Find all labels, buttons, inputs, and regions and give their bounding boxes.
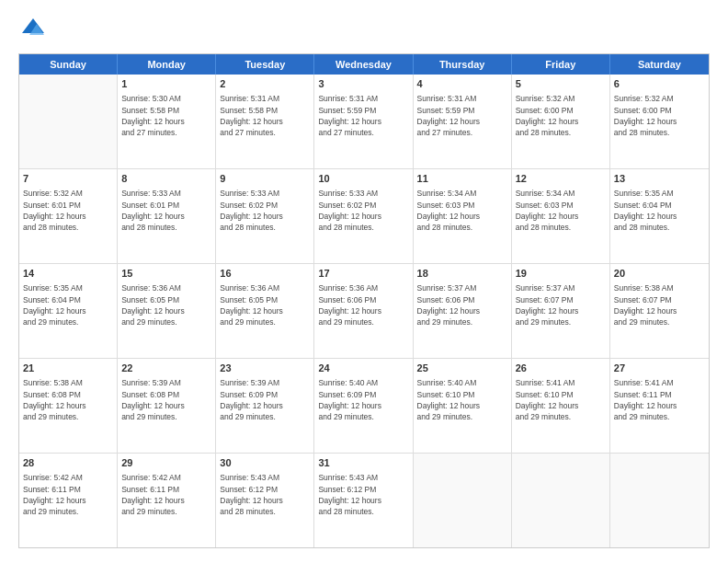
calendar-row: 14Sunrise: 5:35 AM Sunset: 6:04 PM Dayli…: [19, 263, 709, 358]
day-info: Sunrise: 5:41 AM Sunset: 6:10 PM Dayligh…: [516, 377, 606, 422]
calendar-header-day: Wednesday: [314, 54, 413, 75]
calendar-cell: 5Sunrise: 5:32 AM Sunset: 6:00 PM Daylig…: [512, 75, 610, 168]
day-info: Sunrise: 5:40 AM Sunset: 6:10 PM Dayligh…: [417, 377, 507, 422]
day-number: 29: [121, 456, 211, 470]
calendar-cell: 8Sunrise: 5:33 AM Sunset: 6:01 PM Daylig…: [118, 169, 216, 263]
day-info: Sunrise: 5:43 AM Sunset: 6:12 PM Dayligh…: [220, 472, 310, 517]
calendar-cell: 3Sunrise: 5:31 AM Sunset: 5:59 PM Daylig…: [314, 75, 413, 168]
day-number: 5: [516, 77, 606, 91]
logo-icon: [18, 15, 48, 44]
calendar-cell: 4Sunrise: 5:31 AM Sunset: 5:59 PM Daylig…: [414, 75, 512, 168]
calendar-cell: 14Sunrise: 5:35 AM Sunset: 6:04 PM Dayli…: [19, 264, 118, 358]
day-info: Sunrise: 5:32 AM Sunset: 6:00 PM Dayligh…: [614, 93, 705, 138]
day-number: 18: [417, 267, 507, 281]
day-info: Sunrise: 5:36 AM Sunset: 6:06 PM Dayligh…: [318, 282, 408, 327]
day-number: 9: [220, 172, 310, 186]
day-info: Sunrise: 5:35 AM Sunset: 6:04 PM Dayligh…: [23, 282, 113, 327]
day-info: Sunrise: 5:30 AM Sunset: 5:58 PM Dayligh…: [121, 93, 211, 138]
day-info: Sunrise: 5:38 AM Sunset: 6:07 PM Dayligh…: [614, 282, 705, 327]
calendar-body: 1Sunrise: 5:30 AM Sunset: 5:58 PM Daylig…: [19, 75, 709, 547]
calendar-row: 7Sunrise: 5:32 AM Sunset: 6:01 PM Daylig…: [19, 168, 709, 263]
day-info: Sunrise: 5:31 AM Sunset: 5:59 PM Dayligh…: [318, 93, 408, 138]
day-info: Sunrise: 5:34 AM Sunset: 6:03 PM Dayligh…: [516, 188, 606, 233]
day-number: 11: [417, 172, 507, 186]
calendar-cell: 11Sunrise: 5:34 AM Sunset: 6:03 PM Dayli…: [414, 169, 512, 263]
day-info: Sunrise: 5:39 AM Sunset: 6:09 PM Dayligh…: [220, 377, 310, 422]
day-number: 22: [121, 362, 211, 375]
calendar-cell: 24Sunrise: 5:40 AM Sunset: 6:09 PM Dayli…: [314, 359, 413, 453]
day-info: Sunrise: 5:31 AM Sunset: 5:58 PM Dayligh…: [220, 93, 310, 138]
calendar-cell: 7Sunrise: 5:32 AM Sunset: 6:01 PM Daylig…: [19, 169, 118, 263]
day-number: 21: [23, 362, 113, 375]
day-info: Sunrise: 5:42 AM Sunset: 6:11 PM Dayligh…: [23, 472, 113, 517]
calendar-cell: 21Sunrise: 5:38 AM Sunset: 6:08 PM Dayli…: [19, 359, 118, 453]
day-info: Sunrise: 5:33 AM Sunset: 6:01 PM Dayligh…: [121, 188, 211, 233]
day-info: Sunrise: 5:36 AM Sunset: 6:05 PM Dayligh…: [121, 282, 211, 327]
calendar-cell: 22Sunrise: 5:39 AM Sunset: 6:08 PM Dayli…: [118, 359, 216, 453]
calendar: SundayMondayTuesdayWednesdayThursdayFrid…: [18, 53, 710, 548]
day-number: 12: [516, 172, 606, 186]
calendar-cell: 15Sunrise: 5:36 AM Sunset: 6:05 PM Dayli…: [118, 264, 216, 358]
day-number: 4: [417, 77, 507, 91]
day-info: Sunrise: 5:43 AM Sunset: 6:12 PM Dayligh…: [318, 472, 408, 517]
day-number: 17: [318, 267, 408, 281]
calendar-header-day: Tuesday: [216, 54, 314, 75]
calendar-cell: 12Sunrise: 5:34 AM Sunset: 6:03 PM Dayli…: [512, 169, 610, 263]
calendar-cell: 18Sunrise: 5:37 AM Sunset: 6:06 PM Dayli…: [414, 264, 512, 358]
day-number: 7: [23, 172, 113, 186]
calendar-header-day: Friday: [512, 54, 610, 75]
day-number: 30: [220, 456, 310, 470]
calendar-cell: 2Sunrise: 5:31 AM Sunset: 5:58 PM Daylig…: [216, 75, 314, 168]
calendar-cell: 28Sunrise: 5:42 AM Sunset: 6:11 PM Dayli…: [19, 454, 118, 547]
day-number: 25: [417, 362, 507, 375]
day-number: 14: [23, 267, 113, 281]
calendar-cell: [610, 454, 709, 547]
day-number: 13: [614, 172, 705, 186]
calendar-cell: 17Sunrise: 5:36 AM Sunset: 6:06 PM Dayli…: [314, 264, 413, 358]
day-info: Sunrise: 5:31 AM Sunset: 5:59 PM Dayligh…: [417, 93, 507, 138]
calendar-cell: 19Sunrise: 5:37 AM Sunset: 6:07 PM Dayli…: [512, 264, 610, 358]
day-number: 23: [220, 362, 310, 375]
calendar-cell: [414, 454, 512, 547]
calendar-header-day: Sunday: [19, 54, 118, 75]
calendar-cell: 23Sunrise: 5:39 AM Sunset: 6:09 PM Dayli…: [216, 359, 314, 453]
day-number: 27: [614, 362, 705, 375]
calendar-row: 21Sunrise: 5:38 AM Sunset: 6:08 PM Dayli…: [19, 358, 709, 453]
day-number: 8: [121, 172, 211, 186]
day-info: Sunrise: 5:33 AM Sunset: 6:02 PM Dayligh…: [220, 188, 310, 233]
day-number: 2: [220, 77, 310, 91]
day-info: Sunrise: 5:39 AM Sunset: 6:08 PM Dayligh…: [121, 377, 211, 422]
day-info: Sunrise: 5:37 AM Sunset: 6:07 PM Dayligh…: [516, 282, 606, 327]
calendar-cell: 13Sunrise: 5:35 AM Sunset: 6:04 PM Dayli…: [610, 169, 709, 263]
day-number: 10: [318, 172, 408, 186]
calendar-cell: [19, 75, 118, 168]
day-number: 1: [121, 77, 211, 91]
day-number: 20: [614, 267, 705, 281]
calendar-cell: 1Sunrise: 5:30 AM Sunset: 5:58 PM Daylig…: [118, 75, 216, 168]
day-info: Sunrise: 5:42 AM Sunset: 6:11 PM Dayligh…: [121, 472, 211, 517]
day-number: 6: [614, 77, 705, 91]
day-info: Sunrise: 5:36 AM Sunset: 6:05 PM Dayligh…: [220, 282, 310, 327]
day-number: 24: [318, 362, 408, 375]
logo: [18, 15, 51, 44]
calendar-header: SundayMondayTuesdayWednesdayThursdayFrid…: [19, 54, 709, 75]
calendar-cell: 9Sunrise: 5:33 AM Sunset: 6:02 PM Daylig…: [216, 169, 314, 263]
day-number: 16: [220, 267, 310, 281]
calendar-cell: 20Sunrise: 5:38 AM Sunset: 6:07 PM Dayli…: [610, 264, 709, 358]
calendar-cell: 10Sunrise: 5:33 AM Sunset: 6:02 PM Dayli…: [314, 169, 413, 263]
day-info: Sunrise: 5:34 AM Sunset: 6:03 PM Dayligh…: [417, 188, 507, 233]
calendar-row: 28Sunrise: 5:42 AM Sunset: 6:11 PM Dayli…: [19, 453, 709, 547]
calendar-cell: [512, 454, 610, 547]
calendar-cell: 31Sunrise: 5:43 AM Sunset: 6:12 PM Dayli…: [314, 454, 413, 547]
day-info: Sunrise: 5:35 AM Sunset: 6:04 PM Dayligh…: [614, 188, 705, 233]
calendar-cell: 30Sunrise: 5:43 AM Sunset: 6:12 PM Dayli…: [216, 454, 314, 547]
calendar-header-day: Saturday: [610, 54, 709, 75]
page: SundayMondayTuesdayWednesdayThursdayFrid…: [0, 0, 728, 563]
day-info: Sunrise: 5:37 AM Sunset: 6:06 PM Dayligh…: [417, 282, 507, 327]
calendar-cell: 29Sunrise: 5:42 AM Sunset: 6:11 PM Dayli…: [118, 454, 216, 547]
calendar-cell: 26Sunrise: 5:41 AM Sunset: 6:10 PM Dayli…: [512, 359, 610, 453]
calendar-cell: 25Sunrise: 5:40 AM Sunset: 6:10 PM Dayli…: [414, 359, 512, 453]
day-number: 15: [121, 267, 211, 281]
day-info: Sunrise: 5:41 AM Sunset: 6:11 PM Dayligh…: [614, 377, 705, 422]
calendar-cell: 27Sunrise: 5:41 AM Sunset: 6:11 PM Dayli…: [610, 359, 709, 453]
